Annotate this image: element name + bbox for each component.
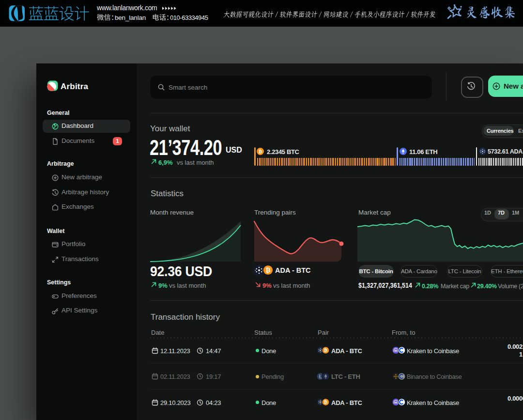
svg-text:₿: ₿	[324, 400, 327, 404]
svg-text:Ł: Ł	[319, 374, 322, 379]
svg-text:₿: ₿	[259, 149, 262, 154]
svg-text:₿: ₿	[265, 267, 270, 274]
svg-text:₿: ₿	[324, 348, 327, 353]
